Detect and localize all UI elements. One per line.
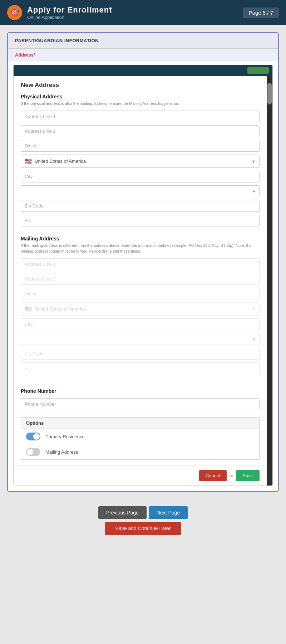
physical-city[interactable] xyxy=(21,171,260,182)
app-logo: 🎯 xyxy=(7,5,22,20)
bottom-navigation: Previous Page Next Page Save and Continu… xyxy=(0,499,286,542)
mailing-state-select-wrapper: ▼ xyxy=(21,333,260,345)
phone-title: Phone Number xyxy=(21,388,260,394)
save-button[interactable]: Save xyxy=(236,470,260,481)
mailing-fields-disabled: 🇺🇸 United States of America ▼ ▼ xyxy=(21,258,260,377)
mailing-address-note: If the mailing address is different than… xyxy=(21,243,260,254)
address-label: Address* xyxy=(8,49,278,61)
physical-address-title: Physical Address xyxy=(21,94,260,99)
modal-header-bar xyxy=(14,65,272,76)
physical-state-select[interactable] xyxy=(21,185,260,197)
mailing-toggle-knob xyxy=(27,449,33,455)
main-content: PARENT/GUARDIAN INFORMATION Address* New… xyxy=(0,25,286,499)
mailing-zip[interactable] xyxy=(21,348,260,360)
modal-wrapper: New Address Physical Address If the phys… xyxy=(14,76,272,486)
mailing-plus4[interactable] xyxy=(21,362,260,374)
scrollbar-track[interactable] xyxy=(267,76,272,486)
mailing-address-line2[interactable] xyxy=(21,273,260,285)
us-flag-icon: 🇺🇸 xyxy=(25,158,32,165)
phone-section: Phone Number xyxy=(21,383,260,413)
physical-address-line1[interactable] xyxy=(21,111,260,122)
modal-header-btn xyxy=(247,67,269,74)
phone-number-input[interactable] xyxy=(21,398,260,410)
modal-body: New Address Physical Address If the phys… xyxy=(14,76,267,465)
previous-page-button[interactable]: Previous Page xyxy=(98,506,147,519)
mailing-section: Mailing Address If the mailing address i… xyxy=(21,236,260,377)
mailing-address-option-label: Mailing Address xyxy=(45,449,78,455)
nav-buttons-row: Previous Page Next Page xyxy=(7,506,279,519)
physical-state-select-wrapper: ▼ xyxy=(21,185,260,197)
header-title-block: Apply for Enrollment Online Application xyxy=(27,5,112,20)
next-page-button[interactable]: Next Page xyxy=(149,506,188,519)
mailing-country-select[interactable]: 🇺🇸 United States of America ▼ xyxy=(21,302,260,316)
mailing-district[interactable] xyxy=(21,288,260,299)
app-title: Apply for Enrollment xyxy=(27,5,112,15)
primary-residence-row: Primary Residence xyxy=(21,429,259,444)
section-header: PARENT/GUARDIAN INFORMATION xyxy=(8,33,278,49)
physical-zip[interactable] xyxy=(21,200,260,212)
physical-address-note: If the physical address is also the mail… xyxy=(21,101,260,106)
toggle-knob xyxy=(33,433,40,440)
physical-district[interactable] xyxy=(21,140,260,152)
header-left: 🎯 Apply for Enrollment Online Applicatio… xyxy=(7,5,112,20)
physical-plus4[interactable] xyxy=(21,215,260,226)
mailing-address-title: Mailing Address xyxy=(21,236,260,241)
modal-footer: Cancel or Save xyxy=(14,465,267,486)
primary-residence-label: Primary Residence xyxy=(45,434,85,439)
modal-content: New Address Physical Address If the phys… xyxy=(14,76,267,486)
physical-country-value: United States of America xyxy=(35,158,249,164)
mailing-country-dropdown-arrow: ▼ xyxy=(252,307,256,311)
options-box: Options Primary Residence xyxy=(21,417,260,460)
options-header: Options xyxy=(21,418,259,429)
primary-residence-toggle[interactable] xyxy=(26,433,40,440)
mailing-state-select[interactable] xyxy=(21,333,260,345)
mailing-country-value: United States of America xyxy=(35,306,249,312)
mailing-address-line1[interactable] xyxy=(21,258,260,270)
page-indicator: Page 5 / 7 xyxy=(243,8,279,18)
form-card: PARENT/GUARDIAN INFORMATION Address* New… xyxy=(7,32,279,492)
or-label: or xyxy=(230,473,233,478)
mailing-us-flag-icon: 🇺🇸 xyxy=(25,306,32,312)
modal-title: New Address xyxy=(21,82,260,89)
physical-country-select[interactable]: 🇺🇸 United States of America ▼ xyxy=(21,155,260,168)
physical-address-line2[interactable] xyxy=(21,125,260,137)
app-subtitle: Online Application xyxy=(27,15,112,20)
address-modal: New Address Physical Address If the phys… xyxy=(13,65,273,486)
scrollbar-thumb[interactable] xyxy=(267,83,272,104)
cancel-button[interactable]: Cancel xyxy=(199,470,226,481)
mailing-address-toggle-row: Mailing Address xyxy=(21,444,259,459)
mailing-address-toggle[interactable] xyxy=(26,448,40,456)
mailing-city[interactable] xyxy=(21,318,260,330)
app-header: 🎯 Apply for Enrollment Online Applicatio… xyxy=(0,0,286,25)
save-continue-later-button[interactable]: Save and Continue Later xyxy=(105,522,182,535)
country-dropdown-arrow: ▼ xyxy=(252,159,256,164)
